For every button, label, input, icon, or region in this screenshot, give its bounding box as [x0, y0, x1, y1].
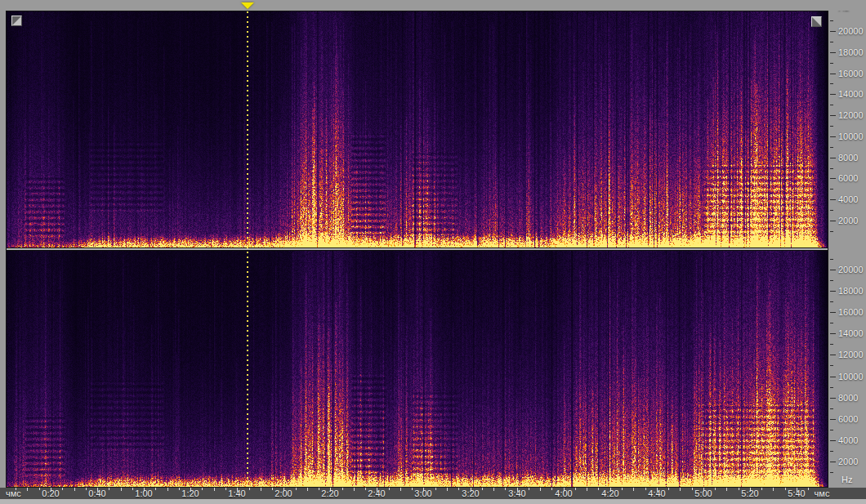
freq-tick: [830, 430, 833, 430]
time-tick: [62, 488, 63, 490]
spectrogram-left-channel[interactable]: [7, 11, 828, 248]
freq-tick: [830, 408, 833, 409]
time-tick: [261, 488, 261, 491]
freq-tick: [830, 42, 833, 42]
time-tick: [307, 488, 308, 491]
time-tick: [668, 488, 669, 490]
freq-tick: [830, 136, 836, 137]
time-tick: [808, 488, 809, 490]
time-label: 3:40: [499, 488, 535, 499]
freq-label: 10000: [838, 371, 864, 382]
freq-tick: [830, 168, 833, 169]
freq-tick: [830, 147, 833, 148]
timeline-marker-bar[interactable]: [0, 0, 866, 11]
freq-tick: [830, 280, 833, 281]
time-tick: [435, 488, 436, 490]
freq-tick: [830, 210, 833, 211]
time-tick: [633, 488, 634, 491]
freq-tick: [830, 291, 836, 292]
time-tick: [167, 488, 168, 491]
corner-grip-top-left-icon[interactable]: [11, 16, 22, 26]
freq-tick: [830, 398, 836, 399]
freq-tick: [830, 365, 833, 366]
freq-label: 20000: [838, 264, 864, 275]
freq-tick: [830, 231, 833, 232]
freq-tick: [830, 178, 836, 179]
time-tick: [493, 488, 494, 491]
time-tick: [761, 488, 762, 490]
time-tick: [121, 488, 122, 491]
freq-tick: [830, 333, 836, 334]
freq-tick: [830, 312, 836, 313]
freq-tick: [830, 344, 833, 345]
time-tick: [155, 488, 156, 490]
freq-tick: [830, 323, 833, 323]
time-tick: [109, 488, 109, 490]
freq-tick: [830, 462, 836, 462]
time-tick: [540, 488, 541, 491]
freq-tick: [830, 115, 836, 116]
time-tick: [680, 488, 681, 491]
freq-tick: [830, 270, 836, 270]
freq-tick: [830, 221, 836, 221]
time-label: 4:20: [592, 488, 628, 499]
freq-tick: [830, 259, 833, 260]
frequency-ruler[interactable]: Hz Hz 2000400060008000100001200014000160…: [828, 0, 866, 488]
freq-label: 14000: [838, 88, 864, 100]
time-tick: [575, 488, 576, 490]
time-label: 0:20: [33, 488, 69, 499]
spectrogram-right-channel[interactable]: [7, 251, 828, 487]
time-tick: [587, 488, 587, 491]
playhead-handle-icon[interactable]: [241, 2, 254, 9]
spectral-editor-window: Hz Hz 2000400060008000100001200014000160…: [0, 0, 866, 504]
time-tick: [389, 488, 390, 490]
freq-label: 16000: [838, 306, 864, 318]
freq-label: 8000: [838, 392, 858, 404]
freq-tick: [830, 94, 836, 95]
freq-tick: [830, 472, 833, 473]
time-tick: [715, 488, 716, 490]
corner-grip-top-right-icon[interactable]: [811, 16, 822, 27]
freq-tick: [830, 355, 836, 355]
time-tick: [447, 488, 448, 491]
time-label: 5:40: [779, 488, 815, 499]
time-label: 4:40: [639, 488, 675, 499]
freq-label: 6000: [838, 172, 858, 184]
freq-tick: [830, 199, 836, 200]
freq-label: 2000: [838, 456, 858, 467]
freq-label: 6000: [838, 413, 858, 425]
freq-tick: [830, 74, 836, 74]
time-label: 1:00: [126, 488, 162, 499]
freq-label: 18000: [838, 285, 864, 297]
freq-label: 4000: [838, 435, 858, 446]
time-tick: [622, 488, 623, 490]
time-tick: [16, 488, 16, 490]
freq-tick: [830, 20, 833, 21]
freq-tick: [830, 31, 836, 32]
spectrogram-area[interactable]: [7, 11, 828, 487]
playhead-line[interactable]: [247, 11, 248, 487]
time-tick: [27, 488, 28, 491]
time-tick: [482, 488, 483, 490]
freq-label: 10000: [838, 131, 864, 142]
time-label: 5:20: [732, 488, 768, 499]
time-label: 1:20: [172, 488, 208, 499]
freq-tick: [830, 451, 833, 452]
freq-label: 14000: [838, 328, 864, 339]
freq-tick: [830, 440, 836, 441]
freq-label: 12000: [838, 349, 864, 360]
time-tick: [400, 488, 401, 491]
time-tick: [74, 488, 75, 491]
time-ruler[interactable]: чмс чмс 0:200:401:001:201:402:002:202:40…: [0, 488, 866, 499]
time-unit-label: чмс: [6, 488, 21, 499]
freq-tick: [830, 419, 836, 420]
freq-label: 20000: [838, 25, 864, 37]
time-tick: [214, 488, 215, 491]
time-tick: [529, 488, 529, 490]
time-label: 0:40: [79, 488, 115, 499]
freq-tick: [830, 387, 833, 388]
time-tick: [202, 488, 203, 490]
freq-tick: [830, 126, 833, 127]
time-tick: [296, 488, 297, 490]
channel-divider[interactable]: [7, 248, 828, 251]
